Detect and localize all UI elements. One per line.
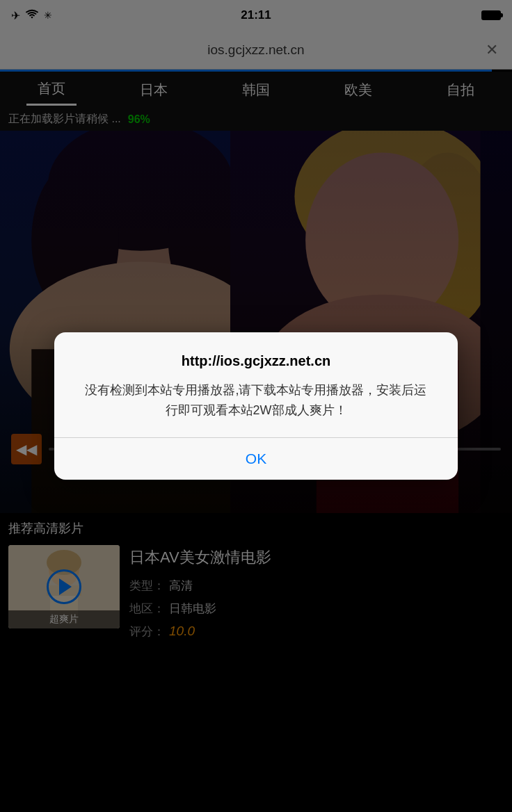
dialog-actions: OK	[54, 438, 458, 480]
dialog-title: http://ios.gcjxzz.net.cn	[79, 353, 433, 369]
alert-dialog: http://ios.gcjxzz.net.cn 没有检测到本站专用播放器,请下…	[54, 332, 458, 480]
dialog-message: 没有检测到本站专用播放器,请下载本站专用播放器，安装后运行即可观看本站2W部成人…	[79, 380, 433, 421]
dialog-content: http://ios.gcjxzz.net.cn 没有检测到本站专用播放器,请下…	[54, 332, 458, 437]
dialog-overlay: http://ios.gcjxzz.net.cn 没有检测到本站专用播放器,请下…	[0, 0, 512, 812]
dialog-ok-button[interactable]: OK	[54, 438, 458, 480]
